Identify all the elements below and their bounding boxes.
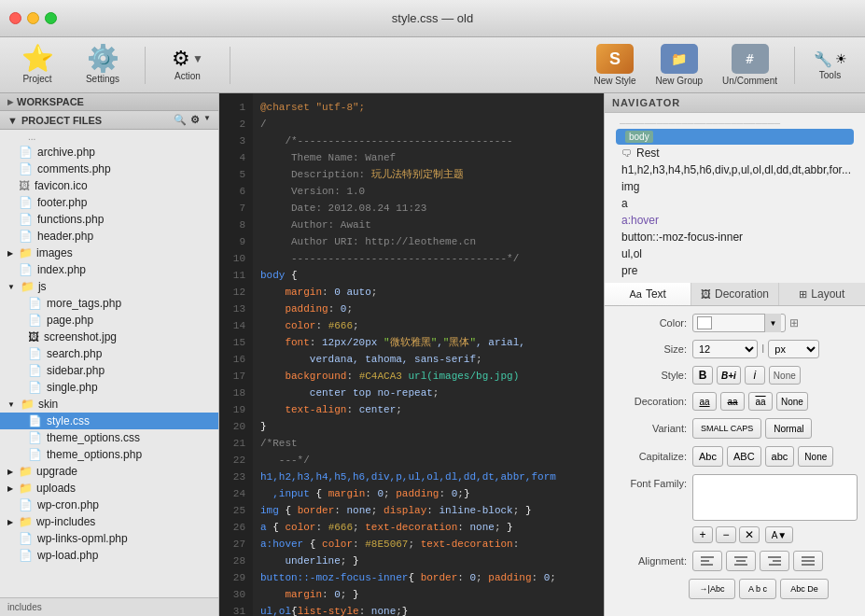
- folder-triangle: ▶: [7, 518, 13, 526]
- list-item[interactable]: 📄 archive.php: [0, 144, 218, 161]
- nav-item-ulol[interactable]: ul,ol: [612, 245, 858, 262]
- font-clear-button[interactable]: ✕: [739, 526, 760, 543]
- code-editor[interactable]: 1 2 3 4 5 6 7 8 9 10 11 12 13 14 15 16 1…: [219, 93, 604, 616]
- nav-item-body[interactable]: body: [616, 129, 854, 145]
- font-add-button[interactable]: +: [692, 526, 713, 543]
- list-item[interactable]: 📄 theme_options.css: [0, 429, 218, 446]
- action-button[interactable]: ⚙ ▼ Action: [160, 45, 216, 85]
- folder-item-js[interactable]: ▼ 📁 js: [0, 278, 218, 295]
- list-item[interactable]: 📄 wp-cron.php: [0, 497, 218, 513]
- sidebar-gear-icon[interactable]: ⚙: [190, 114, 200, 126]
- uncomment-button[interactable]: # Un/Comment: [715, 40, 785, 90]
- capitalize-abc-button[interactable]: Abc: [692, 446, 723, 467]
- align-left-button[interactable]: [692, 551, 722, 571]
- list-item[interactable]: 📄 search.php: [0, 345, 218, 362]
- folder-item-uploads[interactable]: ▶ 📁 uploads: [0, 480, 218, 497]
- new-style-button[interactable]: S New Style: [587, 40, 644, 90]
- new-group-button[interactable]: 📁 New Group: [649, 40, 711, 90]
- nav-item-h1h2[interactable]: h1,h2,h3,h4,h5,h6,div,p,ul,ol,dl,dd,dt,a…: [612, 161, 858, 178]
- color-box[interactable]: ▼: [692, 314, 786, 332]
- font-expand-button[interactable]: A▼: [765, 526, 793, 543]
- titlebar: style.css — old: [0, 0, 865, 37]
- size-unit-select[interactable]: px em %: [768, 340, 819, 358]
- nav-item-pre[interactable]: pre: [612, 262, 858, 279]
- line-num: 7: [219, 200, 253, 217]
- nav-item-button[interactable]: button::-moz-focus-inner: [612, 229, 858, 245]
- list-item[interactable]: 📄 wp-links-opml.php: [0, 530, 218, 547]
- list-item[interactable]: 🖼 screenshot.jpg: [0, 329, 218, 345]
- list-item[interactable]: 📄 sidebar.php: [0, 362, 218, 379]
- folder-name: js: [38, 280, 47, 293]
- file-name: theme_options.php: [47, 448, 142, 461]
- color-expand-icon[interactable]: ⊞: [789, 316, 799, 329]
- list-item[interactable]: ...: [0, 130, 218, 144]
- list-item[interactable]: 📄 comments.php: [0, 161, 218, 177]
- overline-button[interactable]: aa: [748, 392, 773, 411]
- line-num: 13: [219, 301, 253, 317]
- line-num: 21: [219, 435, 253, 452]
- tab-layout[interactable]: ⊞ Layout: [779, 283, 865, 305]
- list-item[interactable]: 📄 index.php: [0, 261, 218, 278]
- color-dropdown[interactable]: ▼: [764, 314, 781, 332]
- font-remove-button[interactable]: −: [716, 526, 736, 543]
- close-button[interactable]: [9, 12, 21, 24]
- code-line: background: #C4ACA3 url(images/bg.jpg): [260, 368, 596, 385]
- tab-text[interactable]: Aa Text: [605, 283, 691, 305]
- lowercase-button[interactable]: abc: [765, 446, 795, 467]
- list-item[interactable]: 📄 single.php: [0, 379, 218, 396]
- folder-item-upgrade[interactable]: ▶ 📁 upgrade: [0, 463, 218, 480]
- small-caps-button[interactable]: SMALL CAPS: [692, 418, 761, 439]
- minimize-button[interactable]: [27, 12, 39, 24]
- normal-variant-button[interactable]: Normal: [765, 418, 812, 439]
- code-line: a:hover { color: #8E5067; text-decoratio…: [260, 536, 596, 553]
- list-item[interactable]: 📄 header.php: [0, 228, 218, 245]
- list-item[interactable]: 📄 theme_options.php: [0, 446, 218, 463]
- font-family-controls: + − ✕ A▼: [692, 474, 858, 543]
- sidebar-search-icon[interactable]: 🔍: [174, 114, 187, 126]
- tools-button[interactable]: 🔧 ☀ Tools: [804, 47, 856, 84]
- align-justify-button[interactable]: [793, 551, 823, 571]
- list-item[interactable]: 📄 page.php: [0, 312, 218, 329]
- code-line: ul,ol{list-style: none;}: [260, 603, 596, 616]
- deco-none-button[interactable]: None: [776, 392, 808, 411]
- folder-item-skin[interactable]: ▼ 📁 skin: [0, 396, 218, 413]
- php-icon: 📄: [19, 549, 33, 562]
- nav-item-a[interactable]: a: [612, 195, 858, 212]
- list-item[interactable]: 📄 wp-load.php: [0, 547, 218, 564]
- align-center-button[interactable]: [726, 551, 756, 571]
- tab-decoration[interactable]: 🖼 Decoration: [691, 283, 778, 305]
- list-item-style-css[interactable]: 📄 style.css: [0, 413, 218, 429]
- sidebar-dropdown-icon[interactable]: ▼: [203, 114, 211, 126]
- maximize-button[interactable]: [45, 12, 57, 24]
- align-abc-left-button[interactable]: →|Abc: [689, 579, 735, 599]
- align-abc-right-button[interactable]: Abc De: [780, 579, 829, 599]
- nav-item-ahover[interactable]: a:hover: [612, 212, 858, 229]
- cap-none-button[interactable]: None: [798, 446, 833, 467]
- line-num: 4: [219, 149, 253, 166]
- code-lines[interactable]: @charset "utf-8"; / /*------------------…: [253, 93, 604, 616]
- list-item[interactable]: 📄 footer.php: [0, 194, 218, 211]
- style-none-button[interactable]: None: [769, 366, 801, 385]
- folder-item-wp-includes[interactable]: ▶ 📁 wp-includes: [0, 513, 218, 530]
- strikethrough-button[interactable]: aa: [720, 392, 745, 411]
- italic-button[interactable]: i: [745, 366, 765, 385]
- list-item[interactable]: 📄 functions.php: [0, 211, 218, 228]
- size-label: Size:: [612, 343, 687, 355]
- project-button[interactable]: ⭐ Project: [9, 42, 65, 88]
- align-right-button[interactable]: [760, 551, 789, 571]
- folder-item-images[interactable]: ▶ 📁 images: [0, 245, 218, 261]
- size-select[interactable]: 12 891011 13141618: [692, 340, 758, 358]
- list-item[interactable]: 📄 more_tags.php: [0, 295, 218, 312]
- nav-item-rest[interactable]: 🗨 Rest: [612, 145, 858, 161]
- font-family-input[interactable]: [692, 474, 858, 521]
- bold-italic-button[interactable]: B+i: [717, 366, 741, 385]
- underline-button[interactable]: aa: [692, 392, 717, 411]
- align-abc-center-button[interactable]: A b c: [739, 579, 776, 599]
- bold-button[interactable]: B: [692, 366, 713, 385]
- settings-button[interactable]: ⚙️ Settings: [75, 42, 131, 88]
- folder-icon: 📁: [21, 398, 35, 411]
- list-item[interactable]: 🖼 favicon.ico: [0, 177, 218, 194]
- nav-item-img[interactable]: img: [612, 178, 858, 195]
- main-layout: ▶ WORKSPACE ▼ PROJECT FILES 🔍 ⚙ ▼ ... 📄 …: [0, 93, 865, 616]
- uppercase-button[interactable]: ABC: [727, 446, 761, 467]
